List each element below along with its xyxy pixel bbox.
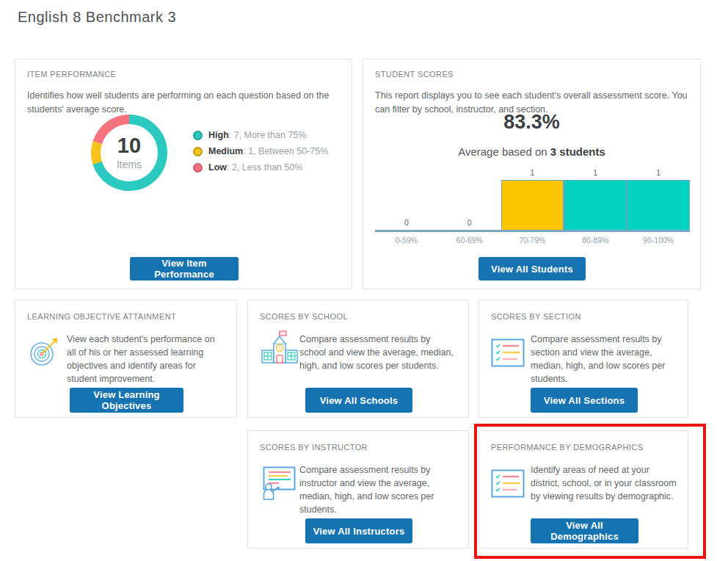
bar-value-label: 1 <box>627 168 690 177</box>
performance-by-demographics-text: Identify areas of need at your district,… <box>531 463 677 503</box>
scores-by-instructor-header: SCORES BY INSTRUCTOR <box>260 443 368 452</box>
learning-objectives-card: LEARNING OBJECTIVE ATTAINMENT View each … <box>15 300 237 418</box>
school-icon <box>260 328 299 372</box>
view-learning-objectives-button[interactable]: View Learning Objectives <box>70 388 183 413</box>
view-all-schools-button[interactable]: View All Schools <box>305 388 412 413</box>
learning-objectives-header: LEARNING OBJECTIVE ATTAINMENT <box>27 312 176 321</box>
legend-label: Medium <box>208 146 243 156</box>
bar-value-label: 1 <box>564 168 627 177</box>
view-all-instructors-button[interactable]: View All Instructors <box>305 518 412 543</box>
legend-dot <box>193 163 203 173</box>
bar-category-label: 90-100% <box>627 232 690 245</box>
average-caption-prefix: Average based on <box>458 145 550 158</box>
legend-dot <box>193 131 203 140</box>
item-performance-description: Identifies how well students are perform… <box>27 89 340 117</box>
bar-column-80-89%: 1 <box>564 167 627 230</box>
bar-value-label: 0 <box>375 218 438 227</box>
page-title: English 8 Benchmark 3 <box>18 9 176 26</box>
student-scores-chart: 00111 0-59%60-69%70-79%80-89%90-100% <box>375 167 690 245</box>
legend-label: Low <box>208 162 227 173</box>
bar-chart-plot-area: 00111 <box>375 167 690 232</box>
scores-by-school-text: Compare assessment results by school and… <box>299 333 458 372</box>
bar-category-label: 60-69% <box>438 232 501 245</box>
view-item-performance-button[interactable]: View Item Performance <box>130 257 239 280</box>
average-caption-count: 3 students <box>550 145 605 158</box>
bar-category-label: 70-79% <box>501 232 564 245</box>
target-icon <box>29 333 61 371</box>
average-caption: Average based on 3 students <box>363 145 700 158</box>
learning-objectives-text: View each student's performance on all o… <box>67 333 226 386</box>
bar-column-90-100%: 1 <box>627 167 690 230</box>
bar-category-label: 0-59% <box>375 232 438 245</box>
legend-label: High <box>208 130 229 140</box>
item-performance-header: ITEM PERFORMANCE <box>27 70 116 79</box>
item-performance-donut-wrap: 10 Items <box>89 112 170 193</box>
bar-80-89% <box>564 180 627 230</box>
legend-detail: : 7, More than 75% <box>229 130 307 140</box>
view-all-demographics-button[interactable]: View All Demographics <box>531 518 638 543</box>
bar-category-label: 80-89% <box>564 232 627 245</box>
checklist-icon <box>491 339 525 371</box>
bar-column-70-79%: 1 <box>501 167 564 230</box>
instructor-presentation-icon <box>260 462 298 504</box>
bar-column-60-69%: 0 <box>438 167 501 230</box>
legend-dot <box>193 147 203 156</box>
scores-by-section-text: Compare assessment results by section an… <box>531 333 677 386</box>
item-performance-card: ITEM PERFORMANCE Identifies how well stu… <box>15 59 352 289</box>
bar-value-label: 1 <box>501 168 564 177</box>
legend-item-medium: Medium: 1, Between 50-75% <box>193 143 328 159</box>
bar-chart-category-axis: 0-59%60-69%70-79%80-89%90-100% <box>375 232 690 245</box>
donut-segment-low <box>89 112 170 193</box>
item-performance-donut <box>89 112 170 193</box>
legend-item-low: Low: 2, Less than 50% <box>193 159 328 175</box>
legend-item-high: High: 7, More than 75% <box>193 127 328 143</box>
scores-by-school-card: SCORES BY SCHOOL Compare assessment resu… <box>247 300 469 418</box>
bar-column-0-59%: 0 <box>375 167 438 230</box>
view-all-sections-button[interactable]: View All Sections <box>531 388 638 413</box>
performance-by-demographics-header: PERFORMANCE BY DEMOGRAPHICS <box>491 443 643 452</box>
scores-by-section-header: SCORES BY SECTION <box>491 312 581 321</box>
student-scores-card: STUDENT SCORES This report displays you … <box>363 59 701 289</box>
bar-value-label: 0 <box>438 218 501 227</box>
item-performance-legend: High: 7, More than 75%Medium: 1, Between… <box>193 127 328 175</box>
scores-by-instructor-card: SCORES BY INSTRUCTOR Compare assessment … <box>247 430 469 549</box>
bar-70-79% <box>501 180 564 230</box>
scores-by-school-header: SCORES BY SCHOOL <box>260 312 348 321</box>
donut-segment-medium <box>89 112 170 193</box>
scores-by-instructor-text: Compare assessment results by instructor… <box>299 463 458 517</box>
legend-detail: : 2, Less than 50% <box>227 162 303 173</box>
average-score-value: 83.3% <box>363 111 700 134</box>
bar-90-100% <box>627 180 690 230</box>
performance-by-demographics-card: PERFORMANCE BY DEMOGRAPHICS Identify are… <box>478 430 688 549</box>
student-scores-header: STUDENT SCORES <box>375 70 454 79</box>
view-all-students-button[interactable]: View All Students <box>478 257 586 280</box>
scores-by-section-card: SCORES BY SECTION Compare assessment res… <box>478 300 688 418</box>
legend-detail: : 1, Between 50-75% <box>243 146 328 156</box>
checklist-icon <box>491 469 525 502</box>
